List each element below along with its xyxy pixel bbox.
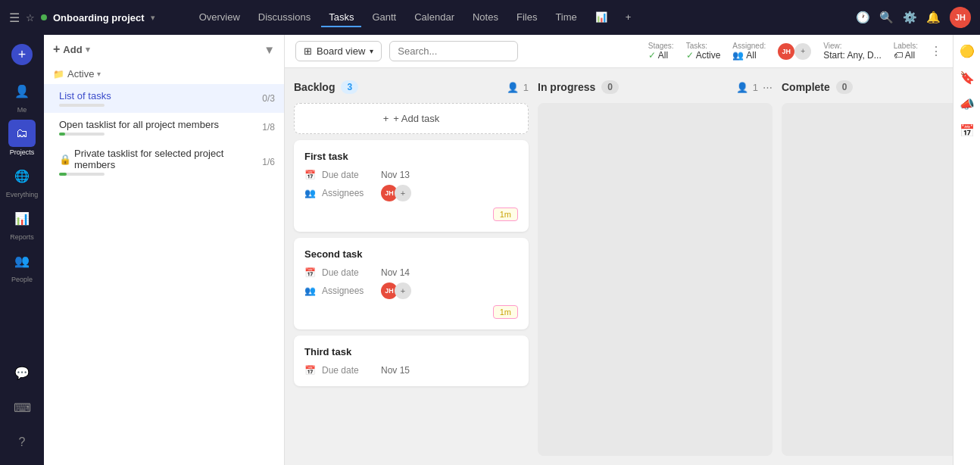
everything-icon: 🌐: [8, 162, 36, 189]
keyboard-icon[interactable]: ⌨: [8, 394, 36, 421]
people-icon: 👥: [8, 247, 36, 274]
tasks-filter[interactable]: Tasks: ✓ Active: [686, 42, 721, 61]
private-name-text: Private tasklist for selected project me…: [74, 148, 262, 170]
more-icon-in-progress[interactable]: ⋯: [763, 82, 772, 93]
column-header-complete: Complete 0 👤 1: [782, 77, 953, 97]
task-assignees-row-second: 👥 Assignees JH +: [304, 282, 518, 299]
nav-plus-icon[interactable]: +: [618, 8, 639, 27]
view-filter[interactable]: View: Start: Any, D...: [823, 42, 881, 61]
megaphone-icon[interactable]: 📣: [960, 97, 975, 111]
nav-discussions[interactable]: Discussions: [251, 8, 318, 27]
due-date-label-second: Due date: [322, 267, 375, 278]
labels-tag-icon: 🏷: [894, 50, 903, 61]
due-date-label-first: Due date: [322, 170, 375, 180]
nav-calendar[interactable]: Calendar: [407, 8, 462, 27]
chat-icon[interactable]: 💬: [8, 359, 36, 386]
nav-notes[interactable]: Notes: [465, 8, 506, 27]
task-card-second-task[interactable]: Second task 📅 Due date Nov 14 👥 Assignee…: [294, 238, 529, 329]
assignees-label-second: Assignees: [322, 286, 375, 296]
search-input[interactable]: [389, 41, 518, 61]
tasklist-item-open[interactable]: Open tasklist for all project members 1/…: [44, 113, 284, 142]
tasks-check-icon: ✓: [686, 50, 694, 61]
task-card-third-task[interactable]: Third task 📅 Due date Nov 15: [294, 335, 529, 386]
calendar-right-icon[interactable]: 📅: [960, 123, 975, 138]
tasklist-item-list-of-tasks[interactable]: List of tasks 0/3: [44, 84, 284, 113]
add-task-button[interactable]: + + Add task: [294, 103, 529, 134]
labels-value: 🏷 All: [894, 50, 915, 61]
tasks-value: ✓ Active: [686, 50, 721, 61]
project-chevron-icon[interactable]: ▾: [151, 13, 155, 23]
task-due-date-row-second: 📅 Due date Nov 14: [304, 267, 518, 278]
middle-content: + Add ▾ ▼ 📁 Active ▾ List of tasks: [44, 35, 953, 465]
sidebar-item-projects[interactable]: 🗂 Projects: [8, 120, 36, 156]
bell-icon[interactable]: 🔔: [926, 11, 941, 24]
task-footer-second: 1m: [304, 305, 518, 319]
stages-filter[interactable]: Stages: ✓ All: [648, 42, 674, 61]
nav-time[interactable]: Time: [548, 8, 584, 27]
assignee-avatar-plus-first[interactable]: +: [395, 185, 411, 201]
active-chevron-icon: ▾: [97, 70, 101, 78]
sidebar-item-everything[interactable]: 🌐 Everything: [6, 162, 39, 198]
assignees-icon-second: 👥: [304, 286, 316, 296]
nav-files[interactable]: Files: [509, 8, 545, 27]
assigned-avatar-plus[interactable]: +: [794, 43, 811, 60]
private-tasklist-count: 1/6: [262, 157, 275, 167]
sidebar-add-button[interactable]: +: [11, 44, 33, 65]
task-title-second: Second task: [304, 248, 518, 260]
labels-filter[interactable]: Labels: 🏷 All: [894, 42, 918, 61]
due-date-value-third: Nov 15: [381, 365, 410, 376]
nav-links: Overview Discussions Tasks Gantt Calenda…: [192, 8, 639, 27]
project-sidebar-header: + Add ▾ ▼: [44, 35, 284, 64]
complete-empty-area: [782, 103, 953, 456]
stages-check-icon: ✓: [648, 50, 656, 61]
task-title-third: Third task: [304, 346, 518, 357]
board-view-label: Board view: [317, 45, 365, 57]
task-due-date-row-first: 📅 Due date Nov 13: [304, 170, 518, 180]
project-name[interactable]: Onboarding project: [53, 12, 145, 23]
hamburger-icon[interactable]: ☰: [9, 11, 20, 25]
clock-icon[interactable]: 🕐: [856, 11, 870, 24]
assigned-filter[interactable]: Assigned: 👥 All: [732, 42, 766, 61]
due-date-value-second: Nov 14: [381, 267, 410, 278]
active-section[interactable]: 📁 Active ▾: [44, 64, 284, 84]
filter-icon[interactable]: ▼: [264, 43, 275, 56]
search-icon[interactable]: 🔍: [879, 11, 894, 24]
bookmark-icon[interactable]: 🔖: [960, 70, 975, 85]
user-avatar[interactable]: JH: [950, 7, 971, 28]
time-badge-second: 1m: [493, 305, 518, 319]
help-icon[interactable]: ?: [8, 429, 36, 456]
nav-chart-icon[interactable]: 📊: [588, 8, 615, 27]
everything-label: Everything: [6, 191, 39, 198]
assignee-avatar-plus-second[interactable]: +: [395, 282, 411, 299]
assignee-avatars-second: JH +: [381, 282, 411, 299]
column-in-progress: In progress 0 👤 1 ⋯: [538, 77, 772, 456]
due-date-value-first: Nov 13: [381, 170, 410, 180]
nav-tasks[interactable]: Tasks: [321, 8, 361, 27]
column-header-right-in-progress: 👤 1 ⋯: [736, 82, 772, 93]
calendar-icon-first: 📅: [304, 170, 316, 180]
tasklist-item-private[interactable]: 🔒 Private tasklist for selected project …: [44, 142, 284, 182]
tasks-label: Tasks:: [686, 42, 707, 50]
sidebar-item-me[interactable]: 👤 Me: [8, 77, 36, 114]
more-options-icon[interactable]: ⋮: [930, 44, 942, 58]
task-assignees-row-first: 👥 Assignees JH +: [304, 185, 518, 201]
column-title-in-progress: In progress: [538, 81, 595, 93]
column-badge-in-progress: 0: [601, 80, 619, 94]
sidebar-item-reports[interactable]: 📊 Reports: [8, 204, 36, 241]
lock-icon: 🔒: [59, 154, 71, 165]
task-footer-first: 1m: [304, 208, 518, 221]
sidebar-item-people[interactable]: 👥 People: [8, 247, 36, 283]
sticky-note-icon[interactable]: 🟡: [960, 44, 975, 58]
projects-icon: 🗂: [8, 120, 36, 147]
tasklist-count: 0/3: [262, 93, 275, 104]
nav-gantt[interactable]: Gantt: [364, 8, 404, 27]
star-icon[interactable]: ☆: [26, 12, 35, 23]
nav-overview[interactable]: Overview: [192, 8, 248, 27]
add-button[interactable]: + Add ▾: [53, 42, 90, 56]
task-title-first: First task: [304, 151, 518, 162]
active-section-label: Active: [67, 68, 94, 80]
private-tasklist-info: 🔒 Private tasklist for selected project …: [59, 148, 262, 176]
settings-icon[interactable]: ⚙️: [903, 11, 917, 24]
board-view-button[interactable]: ⊞ Board view ▾: [295, 41, 382, 61]
task-card-first-task[interactable]: First task 📅 Due date Nov 13 👥 Assignees…: [294, 140, 529, 232]
